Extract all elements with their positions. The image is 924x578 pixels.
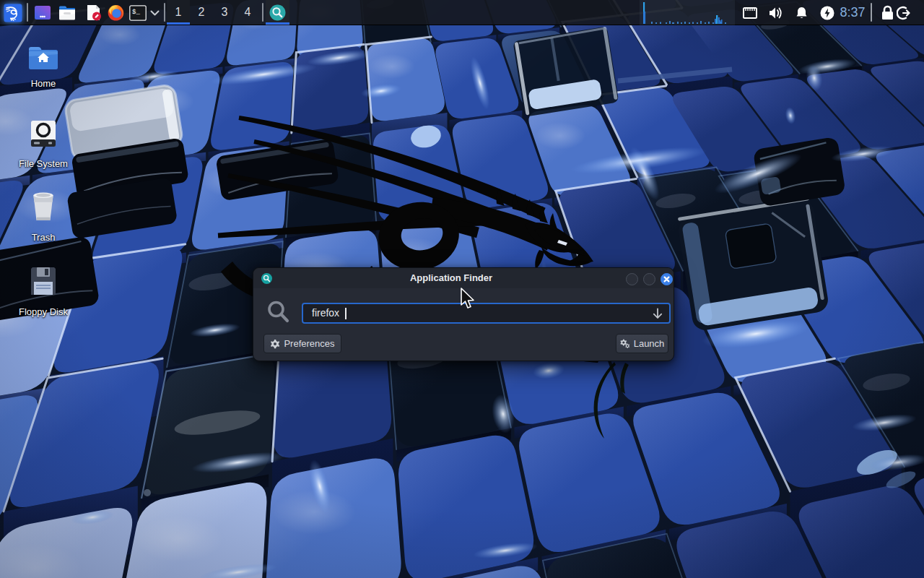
svg-text:$_: $_ (132, 9, 140, 16)
